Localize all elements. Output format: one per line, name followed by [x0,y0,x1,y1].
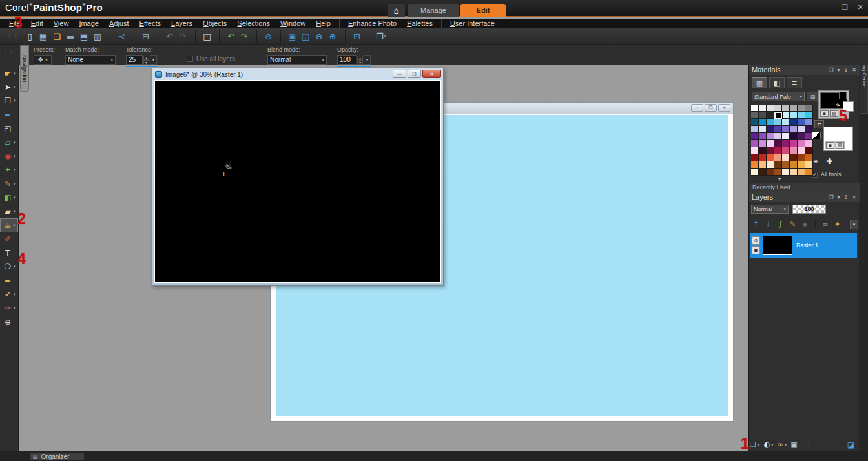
all-tools-checkbox[interactable]: ✓ [812,172,818,178]
save-icon[interactable]: ▤ [78,30,91,43]
tool-red-eye[interactable]: ◉ ▾ [0,149,18,163]
organizer-button[interactable]: ▤ Organizer [30,453,84,460]
color-swatch[interactable] [790,133,798,140]
User Interface[interactable]: User Interface [441,19,500,28]
color-swatch[interactable] [767,112,774,119]
close-icon[interactable]: ✕ [852,67,856,73]
color-swatch[interactable] [751,112,759,119]
color-swatch[interactable] [782,133,790,140]
color-swatch[interactable] [774,119,782,126]
tool-more[interactable]: ⊕ [0,315,18,329]
Objects[interactable]: Objects [198,19,232,28]
color-swatch[interactable] [798,161,805,169]
new-layer-icon[interactable]: ❏▾ [750,440,760,449]
color-swatch[interactable] [798,112,805,119]
tool-picture-tube[interactable]: ✐ [0,232,18,246]
tolerance-stepper[interactable]: ▴▾ [143,56,149,65]
color-swatch[interactable] [782,169,790,176]
tab-edit[interactable]: Edit [460,4,506,17]
color-swatch[interactable] [751,133,759,140]
edit-brush-icon[interactable]: ✎ [787,220,799,229]
navigation-palette-tab[interactable]: Navigation [20,45,29,92]
View[interactable]: View [48,19,74,28]
tool-pick[interactable]: ➤ ▾ [0,80,18,94]
delete-layer-icon[interactable]: ▭ [803,440,811,449]
new-adjustment-layer-icon[interactable]: ∞▾ [778,440,787,449]
color-swatch[interactable] [767,119,774,126]
color-swatch[interactable] [790,140,798,147]
lock-icon[interactable]: ✦ [831,220,843,229]
tool-text[interactable]: T [0,246,18,260]
layer-thumbnail[interactable] [763,236,792,255]
undo-inactive-icon[interactable]: ↶ [158,30,176,43]
color-swatch[interactable] [759,161,767,169]
new-mask-layer-icon[interactable]: ◐▾ [763,440,773,449]
close-icon[interactable]: ✕ [856,3,865,12]
swap-materials-icon[interactable]: ⇄ [814,120,824,128]
new-file-icon[interactable]: ▯ [23,30,37,43]
foreground-color-preview[interactable] [839,92,847,99]
window-titlebar[interactable]: Image6* @ 30% (Raster 1) — ❐ ✕ [152,68,443,80]
color-swatch[interactable] [790,112,798,119]
maximize-icon[interactable]: ❐ [829,67,833,73]
Edit[interactable]: Edit [26,19,48,28]
sliders-tab-icon[interactable]: ≡ [787,77,802,88]
color-swatch[interactable] [751,154,759,161]
image-window-active[interactable]: Image6* @ 30% (Raster 1) — ❐ ✕ ☕ + [152,68,444,286]
layer-blend-mode-select[interactable]: Normal ▾ [751,205,789,214]
layers-toolbar-more-icon[interactable]: ▾ [850,220,858,229]
image-info-icon[interactable]: ▣ [280,30,299,43]
zoom-in-icon[interactable]: ⊕ [326,30,340,43]
blend-mode-select[interactable]: Normal ▾ [267,55,327,65]
tool-preset-shape[interactable]: ❍ ▾ [0,260,18,273]
spin-up-icon[interactable]: ▴ [357,56,363,60]
tool-straighten[interactable]: ▱ ▾ [0,136,18,149]
maximize-icon[interactable]: ❐ [829,194,833,200]
copy-special-icon[interactable]: ❐▾ [369,30,388,43]
close-icon[interactable]: ✕ [718,104,730,112]
palette-scroll-down-icon[interactable]: ▾ [778,176,781,182]
color-swatch[interactable] [774,133,782,140]
share-icon[interactable]: ≺ [110,30,129,43]
color-swatch[interactable] [767,161,774,169]
tool-pen[interactable]: ✒ [0,274,18,287]
restore-icon[interactable]: ❐ [408,70,421,78]
spin-down-icon[interactable]: ▾ [357,60,363,65]
panel-menu-caret-icon[interactable]: ▾ [838,67,840,73]
options-grip[interactable]: ⋮⋮ [2,50,15,57]
match-mode-select[interactable]: None ▾ [65,55,116,65]
color-swatch[interactable] [759,140,767,147]
close-icon[interactable]: ✕ [422,70,441,78]
color-swatch[interactable] [774,140,782,147]
tool-clone-brush[interactable]: ✎ ▾ [0,177,18,190]
color-swatch[interactable] [790,105,798,112]
color-swatch[interactable] [751,126,759,133]
restore-icon[interactable]: ❐ [840,3,849,12]
restore-icon[interactable]: ❐ [705,104,717,112]
background-properties[interactable]: ▪ ▨ [823,127,853,151]
tool-crop[interactable]: ◰ [0,122,18,136]
color-swatch[interactable] [759,169,767,176]
color-swatch[interactable] [805,161,813,169]
print-icon[interactable]: ⊟ [134,30,152,43]
gradient-tab-icon[interactable]: ◧ [769,77,785,88]
chevron-down-icon[interactable]: ▾ [14,71,16,76]
color-swatch[interactable] [767,169,774,176]
image-canvas-black[interactable]: ☕ + [154,80,441,283]
resize-icon[interactable]: ◳ [195,30,214,43]
chevron-down-icon[interactable]: ▾ [14,181,16,187]
edit-selection-icon[interactable]: ◪ [847,440,854,449]
color-swatch[interactable] [805,119,813,126]
fit-window-icon[interactable]: ◱ [299,30,313,43]
style-color-icon[interactable]: ▪ [826,142,834,149]
tool-eraser[interactable]: ▰ ▾ [0,205,18,218]
opacity-slider-button[interactable]: ▾ [364,55,371,65]
color-swatch[interactable] [782,119,790,126]
use-all-layers-checkbox[interactable] [187,56,193,62]
color-swatch[interactable] [767,105,774,112]
color-swatch[interactable] [767,133,774,140]
tool-pan[interactable]: ☛ ▾ [0,67,18,80]
color-swatch[interactable] [805,112,813,119]
transparency-toggle-icon[interactable]: ▨ [836,142,844,149]
home-icon[interactable]: ⌂ [388,4,405,17]
